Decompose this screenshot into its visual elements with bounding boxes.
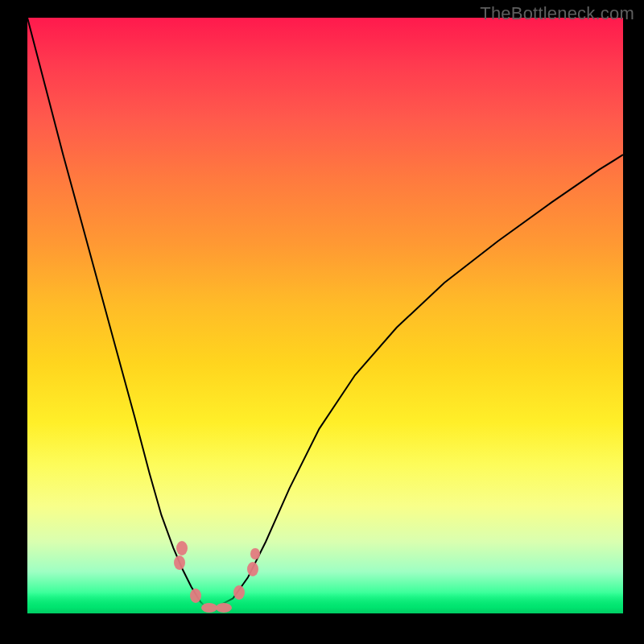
cluster-marker	[250, 548, 260, 559]
plot-area	[27, 18, 623, 613]
watermark-label: TheBottleneck.com	[480, 3, 634, 24]
bottleneck-curve	[27, 18, 623, 613]
cluster-marker	[176, 541, 188, 555]
cluster-marker	[201, 603, 217, 613]
chart-frame: TheBottleneck.com	[0, 0, 644, 644]
green-band	[27, 592, 623, 613]
cluster-marker	[216, 603, 232, 613]
cluster-marker	[174, 555, 185, 570]
cluster-marker	[247, 562, 258, 576]
cluster-marker	[190, 588, 201, 603]
cluster-marker	[233, 585, 245, 600]
